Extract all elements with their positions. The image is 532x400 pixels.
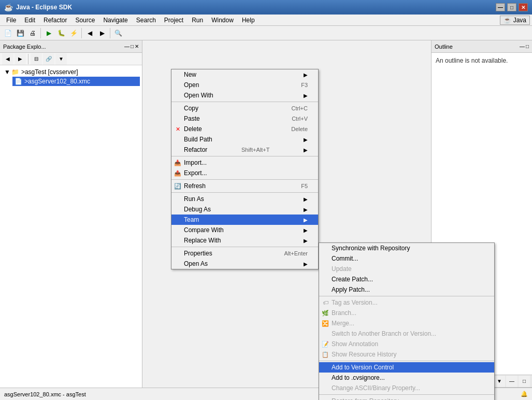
ctx-delete-icon: ✕ <box>174 126 182 133</box>
menu-window[interactable]: Window <box>207 16 238 25</box>
tree-selected-item[interactable]: 📄 >asgServer102_80.xmc <box>12 77 140 86</box>
link-with-editor-button[interactable]: 🔗 <box>43 53 54 65</box>
team-add-version-control-label: Add to Version Control <box>332 364 394 371</box>
ctx-copy-shortcut: Ctrl+C <box>292 105 308 111</box>
menu-file[interactable]: File <box>2 16 20 25</box>
ctx-open-with[interactable]: Open With ▶ <box>171 90 318 101</box>
ctx-export-icon: 📤 <box>174 170 182 177</box>
panel-minimize-icon[interactable]: — <box>124 44 130 49</box>
team-merge: 🔀 Merge... <box>319 318 494 328</box>
outline-controls: — □ <box>520 44 529 49</box>
minimize-button[interactable]: — <box>496 3 505 11</box>
ctx-compare-with-arrow: ▶ <box>304 227 308 233</box>
team-add-cvsignore[interactable]: Add to .cvsignore... <box>319 373 494 383</box>
outline-minimize[interactable]: — <box>506 376 517 387</box>
team-switch-branch: Switch to Another Branch or Version... <box>319 328 494 339</box>
run-button[interactable]: ▶ <box>43 27 54 39</box>
ctx-open-shortcut: F3 <box>301 82 308 88</box>
ctx-refactor-arrow: ▶ <box>304 147 308 153</box>
ctx-replace-with[interactable]: Replace With ▶ <box>171 235 318 246</box>
outline-maximize[interactable]: □ <box>519 376 530 387</box>
package-explorer-content: ▼ 📁 >asgTest [cvsserver] 📄 >asgServer102… <box>0 65 142 388</box>
debug-button[interactable]: 🐛 <box>55 27 67 39</box>
ctx-copy[interactable]: Copy Ctrl+C <box>171 103 318 113</box>
menu-source[interactable]: Source <box>71 16 99 25</box>
ctx-export[interactable]: 📤 Export... <box>171 168 318 178</box>
outline-maximize-icon[interactable]: □ <box>526 44 529 49</box>
back-nav-button[interactable]: ◀ <box>2 53 13 65</box>
ctx-debug-as-arrow: ▶ <box>304 207 308 212</box>
team-show-history-label: Show Resource History <box>332 351 396 358</box>
ctx-import[interactable]: 📥 Import... <box>171 158 318 168</box>
team-show-annotation: 📝 Show Annotation <box>319 339 494 349</box>
package-explorer-title: Package Explo... <box>3 44 46 50</box>
window-title: Java - Eclipse SDK <box>16 4 72 11</box>
ctx-delete-label: Delete <box>184 125 202 133</box>
menu-run[interactable]: Run <box>188 16 207 25</box>
team-branch-label: Branch... <box>332 309 356 317</box>
back-button[interactable]: ◀ <box>84 27 95 39</box>
separator-3 <box>110 28 110 38</box>
outline-nav-controls: ▼ — □ <box>494 376 530 387</box>
outline-content: An outline is not available. <box>432 53 532 68</box>
perspective-button[interactable]: ☕ Java <box>500 16 530 25</box>
new-button[interactable]: 📄 <box>2 27 13 39</box>
team-add-version-control[interactable]: Add to Version Control <box>319 362 494 373</box>
ctx-run-as[interactable]: Run As ▶ <box>171 194 318 204</box>
forward-nav-button[interactable]: ▶ <box>15 53 26 65</box>
maximize-button[interactable]: □ <box>507 3 516 11</box>
team-sync[interactable]: Synchronize with Repository <box>319 243 494 253</box>
panel-maximize-icon[interactable]: □ <box>131 44 134 49</box>
ctx-refactor[interactable]: Refactor Shift+Alt+T ▶ <box>171 145 318 155</box>
menu-search[interactable]: Search <box>132 16 160 25</box>
search-button[interactable]: 🔍 <box>112 27 124 39</box>
team-tag: 🏷 Tag as Version... <box>319 297 494 308</box>
team-create-patch[interactable]: Create Patch... <box>319 274 494 284</box>
team-restore-label: Restore from Repository... <box>332 397 404 400</box>
save-button[interactable]: 💾 <box>15 27 26 39</box>
ctx-new[interactable]: New ▶ <box>171 69 318 80</box>
ctx-open-as[interactable]: Open As ▶ <box>171 259 318 269</box>
tree-selected-label: >asgServer102_80.xmc <box>24 78 90 85</box>
panel-close-icon[interactable]: ✕ <box>135 44 139 49</box>
ctx-build-path-arrow: ▶ <box>304 137 308 142</box>
menu-navigate[interactable]: Navigate <box>99 16 132 25</box>
perspective-label: Java <box>513 17 526 24</box>
ctx-debug-as-label: Debug As <box>184 206 211 213</box>
ctx-copy-label: Copy <box>184 105 198 112</box>
menu-help[interactable]: Help <box>238 16 259 25</box>
menu-project[interactable]: Project <box>160 16 188 25</box>
view-menu-button[interactable]: ▼ <box>55 53 67 65</box>
menu-refactor[interactable]: Refactor <box>39 16 71 25</box>
tree-root-item[interactable]: ▼ 📁 >asgTest [cvsserver] <box>2 67 140 77</box>
ctx-team[interactable]: Team ▶ <box>171 215 318 225</box>
ctx-delete[interactable]: ✕ Delete Delete <box>171 124 318 134</box>
menu-edit[interactable]: Edit <box>20 16 39 25</box>
ctx-paste[interactable]: Paste Ctrl+V <box>171 113 318 124</box>
external-tools[interactable]: ⚡ <box>68 27 79 39</box>
forward-button[interactable]: ▶ <box>96 27 108 39</box>
ctx-properties[interactable]: Properties Alt+Enter <box>171 248 318 259</box>
team-add-cvsignore-label: Add to .cvsignore... <box>332 374 385 381</box>
panel-header-controls: — □ ✕ <box>124 44 139 49</box>
ctx-open-with-label: Open With <box>184 92 213 99</box>
ctx-compare-with-label: Compare With <box>184 226 224 234</box>
ctx-refresh[interactable]: 🔄 Refresh F5 <box>171 181 318 191</box>
team-restore: Restore from Repository... <box>319 396 494 400</box>
team-annotation-icon: 📝 <box>321 341 329 348</box>
collapse-all-button[interactable]: ⊟ <box>31 53 42 65</box>
close-button[interactable]: ✕ <box>519 3 528 11</box>
separator-1 <box>40 28 41 38</box>
menu-bar: File Edit Refactor Source Navigate Searc… <box>0 15 532 26</box>
outline-nav-down[interactable]: ▼ <box>494 376 505 387</box>
ctx-build-path[interactable]: Build Path ▶ <box>171 134 318 145</box>
team-apply-patch[interactable]: Apply Patch... <box>319 284 494 295</box>
team-commit[interactable]: Commit... <box>319 253 494 264</box>
print-button[interactable]: 🖨 <box>27 27 38 39</box>
ctx-debug-as[interactable]: Debug As ▶ <box>171 204 318 215</box>
team-show-history: 📋 Show Resource History <box>319 349 494 360</box>
tree-root-icon: 📁 <box>11 68 19 76</box>
ctx-compare-with[interactable]: Compare With ▶ <box>171 225 318 235</box>
outline-minimize-icon[interactable]: — <box>520 44 525 49</box>
ctx-open[interactable]: Open F3 <box>171 80 318 90</box>
